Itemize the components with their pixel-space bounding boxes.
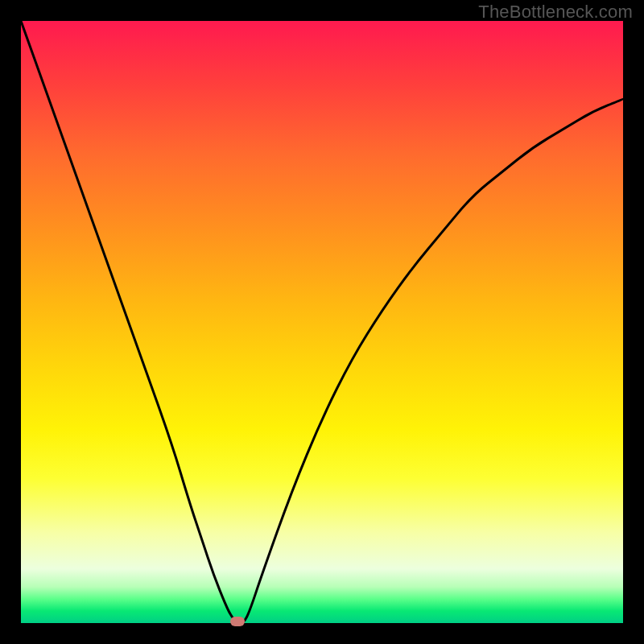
optimum-marker <box>230 617 245 626</box>
chart-frame <box>21 21 623 623</box>
watermark-text: TheBottleneck.com <box>478 2 633 23</box>
viewport: TheBottleneck.com <box>0 0 644 644</box>
bottleneck-curve <box>21 21 623 623</box>
curve-path <box>21 21 623 623</box>
